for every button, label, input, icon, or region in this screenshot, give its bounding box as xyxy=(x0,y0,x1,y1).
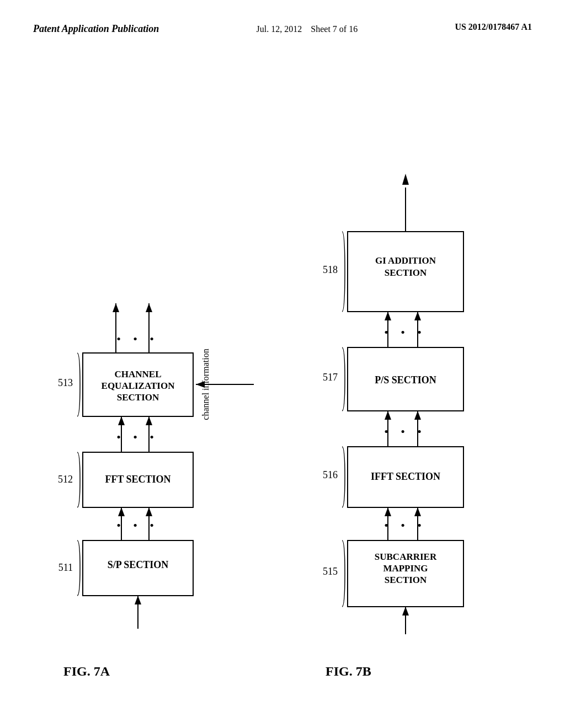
dots-511-512-c: • xyxy=(150,518,154,532)
fig-7a-label: FIG. 7A xyxy=(63,664,110,678)
subcarrier-box xyxy=(348,540,463,607)
arrowhead-ps-gi-1 xyxy=(385,312,391,320)
brace-513 xyxy=(77,353,80,416)
arrowhead-ps-gi-2 xyxy=(414,312,421,320)
sheet-info: Sheet 7 of 16 xyxy=(311,24,358,34)
page-header: Patent Application Publication Jul. 12, … xyxy=(0,0,565,47)
arrowhead-fft-ch-2 xyxy=(146,416,152,425)
dots-513-out-b: • xyxy=(133,332,137,346)
brace-516 xyxy=(342,447,345,507)
arrowhead-gi-out xyxy=(402,174,409,185)
arrowhead-out-513-2 xyxy=(146,303,152,312)
arrowhead-fft-ch-1 xyxy=(118,416,125,425)
arrowhead-sp-fft-2 xyxy=(146,507,152,516)
subcarrier-label-3: SECTION xyxy=(385,575,427,585)
arrowhead-ifft-ps-1 xyxy=(385,411,391,420)
ref-518: 518 xyxy=(323,264,338,275)
ref-516: 516 xyxy=(323,469,338,480)
arrow-head-511-up xyxy=(135,596,141,604)
publication-title: Patent Application Publication xyxy=(33,22,159,36)
ref-513: 513 xyxy=(58,377,73,388)
dots-515-516-b: • xyxy=(401,518,405,532)
diagram-svg: S/P SECTION 511 • • • FFT SECTION 512 • xyxy=(33,88,532,695)
dots-513-out-c: • xyxy=(150,332,154,346)
arrowhead-sub-ifft-2 xyxy=(414,507,421,516)
dots-512-513-b: • xyxy=(133,430,137,444)
dots-512-513-c: • xyxy=(150,430,154,444)
channel-eq-label-1: CHANNEL xyxy=(114,369,161,379)
diagram-area: S/P SECTION 511 • • • FFT SECTION 512 • xyxy=(33,88,532,695)
ps-label: P/S SECTION xyxy=(375,374,436,386)
dots-513-out-a: • xyxy=(116,332,121,346)
gi-label-2: SECTION xyxy=(385,267,427,278)
subcarrier-label-1: SUBCARRIER xyxy=(375,552,437,562)
ref-517: 517 xyxy=(323,372,338,383)
brace-517 xyxy=(342,347,345,411)
brace-518 xyxy=(342,232,345,312)
arrowhead-515 xyxy=(402,607,409,615)
sp-section-label-7a: S/P SECTION xyxy=(108,559,169,570)
ref-515: 515 xyxy=(323,566,338,577)
dots-512-513-a: • xyxy=(116,430,121,444)
channel-eq-label-2: EQUALIZATION xyxy=(102,381,175,391)
ifft-label: IFFT SECTION xyxy=(371,471,440,482)
arrowhead-ifft-ps-2 xyxy=(414,411,421,420)
patent-number: US 2012/0178467 A1 xyxy=(455,22,532,32)
fft-section-label: FFT SECTION xyxy=(105,474,170,485)
arrowhead-sub-ifft-1 xyxy=(385,507,391,516)
ref-511: 511 xyxy=(58,562,73,573)
publication-date: Jul. 12, 2012 xyxy=(257,24,302,34)
dots-511-512-a: • xyxy=(116,518,121,532)
publication-date-sheet: Jul. 12, 2012 Sheet 7 of 16 xyxy=(257,22,358,36)
subcarrier-label-2: MAPPING xyxy=(383,563,428,574)
channel-eq-label-3: SECTION xyxy=(117,392,159,403)
ref-512: 512 xyxy=(58,474,73,485)
gi-label-1: GI ADDITION xyxy=(375,255,436,266)
dots-511-512-b: • xyxy=(133,518,137,532)
fig-7b-label: FIG. 7B xyxy=(326,664,371,678)
arrowhead-sp-fft-1 xyxy=(118,507,125,516)
dots-516-517-b: • xyxy=(401,425,405,438)
brace-515 xyxy=(342,540,345,607)
brace-511 xyxy=(77,540,80,596)
channel-info-label: channel information xyxy=(201,349,210,420)
dots-517-518-b: • xyxy=(401,325,405,339)
page: Patent Application Publication Jul. 12, … xyxy=(0,0,565,728)
brace-512 xyxy=(77,452,80,507)
arrowhead-out-513-1 xyxy=(113,303,119,312)
